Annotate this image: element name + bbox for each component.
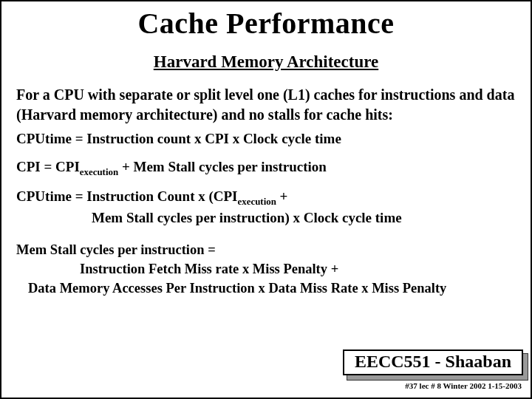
- slide-frame: Cache Performance Harvard Memory Archite…: [0, 0, 532, 399]
- equation-cputime: CPUtime = Instruction count x CPI x Cloc…: [16, 129, 516, 149]
- eq3-line1: CPUtime = Instruction Count x (CPIexecut…: [16, 187, 516, 208]
- equation-mem-stall: Mem Stall cycles per instruction = Instr…: [16, 241, 516, 299]
- eq3-part-a: CPUtime = Instruction Count x (CPI: [16, 188, 238, 204]
- eq2-sub: execution: [80, 166, 118, 177]
- eq4-line3: Data Memory Accesses Per Instruction x D…: [16, 279, 516, 299]
- footer-box: EECC551 - Shaaban: [343, 349, 523, 375]
- eq3-line2: Mem Stall cycles per instruction) x Cloc…: [16, 208, 516, 228]
- slide-title: Cache Performance: [16, 6, 516, 41]
- slide-subtitle: Harvard Memory Architecture: [16, 52, 516, 72]
- slide-content: For a CPU with separate or split level o…: [16, 85, 516, 299]
- footer-meta: #37 lec # 8 Winter 2002 1-15-2003: [405, 381, 522, 390]
- eq4-line1: Mem Stall cycles per instruction =: [16, 241, 516, 260]
- eq2-part-b: + Mem Stall cycles per instruction: [118, 159, 327, 174]
- eq4-line2: Instruction Fetch Miss rate x Miss Penal…: [16, 260, 516, 279]
- eq2-part-a: CPI = CPI: [16, 159, 80, 174]
- eq3-sub: execution: [238, 196, 276, 207]
- equation-cputime-expanded: CPUtime = Instruction Count x (CPIexecut…: [16, 187, 516, 228]
- intro-paragraph: For a CPU with separate or split level o…: [16, 85, 516, 125]
- equation-cpi: CPI = CPIexecution + Mem Stall cycles pe…: [16, 157, 516, 178]
- footer-course: EECC551 - Shaaban: [343, 349, 523, 375]
- eq3-part-b: +: [276, 188, 288, 204]
